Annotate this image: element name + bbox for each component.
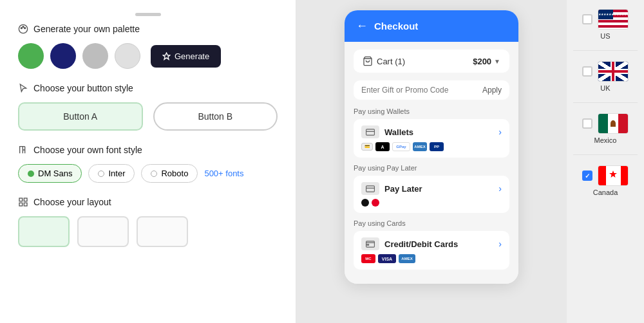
logo-gpay: GPay (392, 142, 410, 151)
cursor-icon (18, 83, 28, 93)
logo-mastercard: MC (361, 254, 375, 263)
logo-visa: VISA (378, 254, 396, 263)
button-style-b[interactable]: Button B (153, 102, 278, 131)
button-style-row: Button A Button B (18, 102, 278, 131)
generate-button[interactable]: Generate (151, 45, 221, 68)
flag-mexico (598, 113, 629, 134)
layout-row (18, 216, 278, 247)
cards-label: Credit/Debit Cards (384, 239, 458, 249)
cart-left: Cart (1) (363, 56, 405, 66)
cards-icon (361, 237, 379, 250)
country-name-canada: Canada (593, 189, 618, 196)
right-panel: ★★★★★★★★★★★★★★★★★★★★★★★★★★★★★★★★★★★★★★★★… (567, 0, 644, 323)
cart-chevron[interactable]: ▼ (494, 58, 500, 65)
font-style-section: Choose your own font style DM Sans Inter… (18, 145, 278, 183)
more-fonts-link[interactable]: 500+ fonts (204, 169, 243, 178)
color-swatch-light-gray[interactable] (82, 43, 108, 69)
layout-option-c[interactable] (137, 216, 188, 247)
paylater-header: Pay Later › (361, 182, 502, 195)
flag-canada (598, 165, 629, 186)
svg-rect-9 (366, 129, 375, 134)
font-chip-inter[interactable]: Inter (88, 164, 135, 183)
checkout-body: Cart (1) $200 ▼ Apply Pay using Wallets (345, 42, 518, 284)
font-chip-roboto[interactable]: Roboto (141, 164, 198, 183)
cart-row: Cart (1) $200 ▼ (354, 50, 509, 73)
font-dot-roboto (151, 171, 157, 177)
middle-panel: ← Checkout Cart (1) $200 ▼ (296, 0, 567, 323)
layout-section: Choose your layout (18, 197, 278, 247)
color-swatch-green[interactable] (18, 43, 44, 69)
font-icon (18, 145, 28, 155)
cart-label: Cart (1) (377, 57, 405, 66)
layout-icon (18, 197, 28, 207)
wallets-chevron[interactable]: › (498, 127, 502, 137)
scroll-indicator (135, 13, 161, 16)
layout-option-b[interactable] (77, 216, 129, 247)
svg-rect-5 (24, 198, 27, 201)
logo-amex-wallet: AMEX (413, 142, 427, 151)
logo-klarna-dot (361, 199, 369, 207)
cards-chevron[interactable]: › (498, 239, 502, 249)
logo-paylater-dot (372, 199, 379, 207)
checkbox-uk[interactable] (582, 66, 592, 77)
left-panel: Generate your own palette Generate Choos… (0, 0, 296, 323)
palette-section: Generate your own palette Generate (18, 24, 278, 69)
color-swatch-dark-blue[interactable] (50, 43, 76, 69)
apply-button[interactable]: Apply (482, 86, 502, 95)
generate-icon (162, 52, 171, 60)
svg-rect-4 (19, 198, 23, 201)
checkout-card: ← Checkout Cart (1) $200 ▼ (345, 10, 518, 284)
checkbox-mexico[interactable] (582, 118, 592, 129)
cards-header: Credit/Debit Cards › (361, 237, 502, 250)
font-dot-inter (98, 171, 104, 177)
back-button[interactable]: ← (356, 19, 368, 33)
cart-amount: $200 (473, 57, 491, 66)
palette-row: Generate (18, 43, 278, 69)
checkout-title: Checkout (374, 21, 418, 32)
button-style-title: Choose your button style (18, 83, 278, 93)
font-dot-dmsans (28, 171, 34, 177)
svg-rect-6 (19, 203, 23, 206)
flag-uk (598, 61, 629, 82)
svg-rect-12 (367, 244, 369, 245)
country-item-canada: Canada (573, 165, 638, 196)
svg-point-1 (21, 28, 22, 29)
button-style-a[interactable]: Button A (18, 102, 143, 131)
paylater-card[interactable]: Pay Later › (354, 176, 509, 213)
logo-apple-pay: A (375, 142, 390, 151)
logo-paypal-wallet: PP (430, 142, 444, 151)
cards-card[interactable]: Credit/Debit Cards › MC VISA AMEX (354, 231, 509, 270)
flag-us: ★★★★★★★★★★★★★★★★★★★★★★★★★★★★★★★★★★★★★★★★… (598, 9, 629, 30)
promo-row: Apply (354, 80, 509, 100)
checkbox-canada[interactable] (582, 171, 592, 181)
wallets-icon (361, 125, 379, 138)
wallets-label: Wallets (384, 127, 413, 137)
svg-point-2 (23, 26, 24, 28)
svg-rect-10 (366, 185, 375, 191)
cards-section-label: Pay using Cards (354, 219, 509, 227)
logo-amex-card: AMEX (399, 254, 415, 263)
wallets-header: Wallets › (361, 125, 502, 138)
cart-icon (363, 56, 373, 66)
wallets-card[interactable]: Wallets › 💳 A GPay AMEX PP (354, 119, 509, 158)
font-chip-dmsans[interactable]: DM Sans (18, 164, 82, 183)
wallets-section-label: Pay using Wallets (354, 107, 509, 115)
font-row: DM Sans Inter Roboto 500+ fonts (18, 164, 278, 183)
country-item-uk: UK (573, 61, 638, 92)
divider-3 (573, 154, 638, 155)
color-swatch-lighter-gray[interactable] (115, 43, 140, 69)
checkbox-us[interactable] (582, 14, 592, 24)
wallets-logos: 💳 A GPay AMEX PP (361, 142, 502, 151)
font-title: Choose your own font style (18, 145, 278, 155)
paylater-icon (361, 182, 379, 195)
country-item-us: ★★★★★★★★★★★★★★★★★★★★★★★★★★★★★★★★★★★★★★★★… (573, 9, 638, 40)
promo-input[interactable] (361, 86, 482, 95)
paylater-logos (361, 199, 502, 207)
divider-1 (573, 50, 638, 51)
cards-logos: MC VISA AMEX (361, 254, 502, 263)
palette-icon (18, 24, 28, 34)
paylater-chevron[interactable]: › (498, 183, 502, 194)
layout-option-a[interactable] (18, 216, 70, 247)
country-item-mexico: Mexico (573, 113, 638, 144)
svg-rect-7 (24, 203, 27, 206)
